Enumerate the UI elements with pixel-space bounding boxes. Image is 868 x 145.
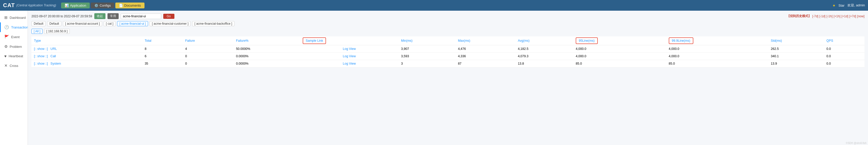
- cell-min-2: 3: [399, 60, 455, 67]
- cell-std-2: 13.9: [768, 60, 824, 67]
- cell-max-2: 87: [455, 60, 515, 67]
- sidebar-label-heartbeat: Heartbeat: [9, 54, 23, 58]
- sidebar: ⊞ Dashboard 🕐 Transaction 🚩 Event ⚙ Prob…: [0, 11, 28, 145]
- cell-avg-1: 4,079.3: [516, 53, 573, 60]
- cell-qps-0: 0.0: [824, 45, 864, 53]
- cell-type-2: [:: show ::] System: [31, 60, 142, 67]
- filter-default-2[interactable]: Default: [47, 21, 61, 26]
- type-link-0[interactable]: URL: [51, 47, 57, 51]
- table-header-row: Type Total Failure Failure% Sample Link …: [31, 37, 864, 45]
- sidebar-item-event[interactable]: 🚩 Event: [0, 32, 28, 42]
- cell-total-2: 35: [142, 60, 183, 67]
- data-table: Type Total Failure Failure% Sample Link …: [31, 37, 864, 67]
- application-nav-button[interactable]: 📊 Application: [61, 3, 90, 8]
- log-view-link-1[interactable]: Log View: [343, 54, 356, 58]
- cell-min-0: 3,907: [399, 45, 455, 53]
- cell-qps-1: 0.0: [824, 53, 864, 60]
- problem-icon: ⚙: [4, 44, 8, 49]
- watermark: ©SDH @stroll-fish: [846, 142, 866, 144]
- show-link-2[interactable]: [:: show ::]: [34, 62, 48, 65]
- time-link-1h-back[interactable]: [-1h]: [827, 15, 833, 18]
- sidebar-item-heartbeat[interactable]: ♥ Heartbeat: [0, 51, 28, 61]
- search-input[interactable]: [121, 14, 161, 19]
- cell-failure-pct-2: 0.0000%: [234, 60, 300, 67]
- collect-button[interactable]: 收起: [94, 13, 105, 19]
- sidebar-label-transaction: Transaction: [11, 25, 28, 29]
- sidebar-label-event: Event: [11, 35, 20, 39]
- show-link-0[interactable]: [:: show ::]: [34, 47, 48, 51]
- filter-all[interactable]: [ All ]: [31, 29, 42, 34]
- th-max-ms: Max(ms): [455, 37, 515, 45]
- documents-icon: 📄: [119, 4, 123, 7]
- configs-icon: ⚙️: [94, 4, 98, 7]
- sidebar-label-dashboard: Dashboard: [10, 16, 26, 20]
- star-label[interactable]: Star: [839, 4, 845, 7]
- th-sample-link: Sample Link: [300, 37, 399, 45]
- cell-failure-1: 0: [183, 53, 233, 60]
- sidebar-item-cross[interactable]: ✕ Cross: [0, 61, 28, 70]
- date-range-text: 2022-09-07 20:00:00 to 2022-09-07 20:59:…: [31, 15, 92, 18]
- cell-sample-link-2: Log View: [300, 60, 399, 67]
- dashboard-icon: ⊞: [4, 15, 8, 20]
- application-icon: 📊: [65, 4, 69, 7]
- time-link-7d-fwd[interactable]: [+7d]: [849, 15, 856, 18]
- th-999line: 99.9Line(ms): [666, 37, 768, 45]
- log-view-link-0[interactable]: Log View: [343, 47, 356, 51]
- time-link-1h-fwd[interactable]: [+1h]: [834, 15, 840, 18]
- configs-nav-button[interactable]: ⚙️ Configs: [91, 3, 114, 8]
- filter-row: Default Default [ acme-financial-account…: [31, 21, 864, 26]
- table-row: [:: show ::] URL 8 4 50.0000% Log View 3…: [31, 45, 864, 53]
- cell-95line-1: 4,000.0: [573, 53, 666, 60]
- configs-nav-label: Configs: [100, 4, 111, 7]
- cell-999line-2: 85.0: [666, 60, 768, 67]
- star-icon: ★: [833, 4, 836, 7]
- cell-std-0: 262.5: [768, 45, 824, 53]
- th-95line: 95Line(ms): [573, 37, 666, 45]
- cell-95line-0: 4,000.0: [573, 45, 666, 53]
- th-total: Total: [142, 37, 183, 45]
- time-link-now[interactable]: [now]: [857, 15, 864, 18]
- cell-total-1: 6: [142, 53, 183, 60]
- type-link-1[interactable]: Call: [51, 54, 56, 58]
- log-view-link-2[interactable]: Log View: [343, 62, 356, 65]
- cell-type-0: [:: show ::] URL: [31, 45, 142, 53]
- cell-999line-0: 4,000.0: [666, 45, 768, 53]
- cell-qps-2: 0.0: [824, 60, 864, 67]
- sidebar-item-dashboard[interactable]: ⊞ Dashboard: [0, 13, 28, 22]
- time-link-1d-fwd[interactable]: [+1d]: [841, 15, 848, 18]
- toolbar-right: 【切到历史模式】 [-7d] [-1d] [-1h] [+1h] [+1d] […: [787, 14, 864, 18]
- filter-tag-customer[interactable]: [ acme-financial-customer ]: [150, 21, 191, 26]
- toolbar-row: 2022-09-07 20:00:00 to 2022-09-07 20:59:…: [31, 13, 864, 19]
- documents-nav-button[interactable]: 📄 Documents: [115, 3, 145, 8]
- sidebar-item-problem[interactable]: ⚙ Problem: [0, 42, 28, 51]
- cell-avg-0: 4,182.5: [516, 45, 573, 53]
- time-link-7d-back[interactable]: [-7d]: [812, 15, 818, 18]
- brand-cat-text: CAT: [3, 2, 15, 9]
- history-mode-link[interactable]: 【切到历史模式】: [787, 14, 811, 18]
- sidebar-item-transaction[interactable]: 🕐 Transaction: [0, 22, 28, 32]
- cell-999line-1: 4,000.0: [666, 53, 768, 60]
- cell-type-1: [:: show ::] Call: [31, 53, 142, 60]
- cross-icon: ✕: [4, 63, 8, 68]
- go-button[interactable]: Go: [163, 14, 175, 19]
- cell-failure-0: 4: [183, 45, 233, 53]
- time-link-1d-back[interactable]: [-1d]: [819, 15, 826, 18]
- filter-ip[interactable]: [ 192.168.50.9 ]: [44, 29, 70, 34]
- filter-tag-account[interactable]: [ acme-financial-account ]: [63, 21, 102, 26]
- type-link-2[interactable]: System: [51, 62, 61, 65]
- show-link-1[interactable]: [:: show ::]: [34, 54, 48, 58]
- cell-max-1: 4,336: [455, 53, 515, 60]
- top-navigation: CAT (Central Application Tracking) 📊 App…: [0, 0, 868, 11]
- welcome-text: 欢迎, admin: [847, 3, 865, 8]
- sidebar-label-cross: Cross: [10, 64, 18, 68]
- filter-tag-backoffice[interactable]: [ acme-financial-backoffice ]: [192, 21, 235, 26]
- common-button[interactable]: 常用: [107, 13, 119, 19]
- documents-nav-label: Documents: [124, 4, 141, 7]
- filter-tag-cat[interactable]: [ cat ]: [104, 21, 116, 26]
- main-layout: ⊞ Dashboard 🕐 Transaction 🚩 Event ⚙ Prob…: [0, 11, 868, 145]
- filter-default-1[interactable]: Default: [31, 21, 45, 26]
- th-std-ms: Std(ms): [768, 37, 824, 45]
- heartbeat-icon: ♥: [4, 54, 7, 58]
- brand-logo: CAT (Central Application Tracking): [3, 2, 56, 9]
- filter-tag-ui[interactable]: [ acme-financial-ui ]: [117, 21, 148, 26]
